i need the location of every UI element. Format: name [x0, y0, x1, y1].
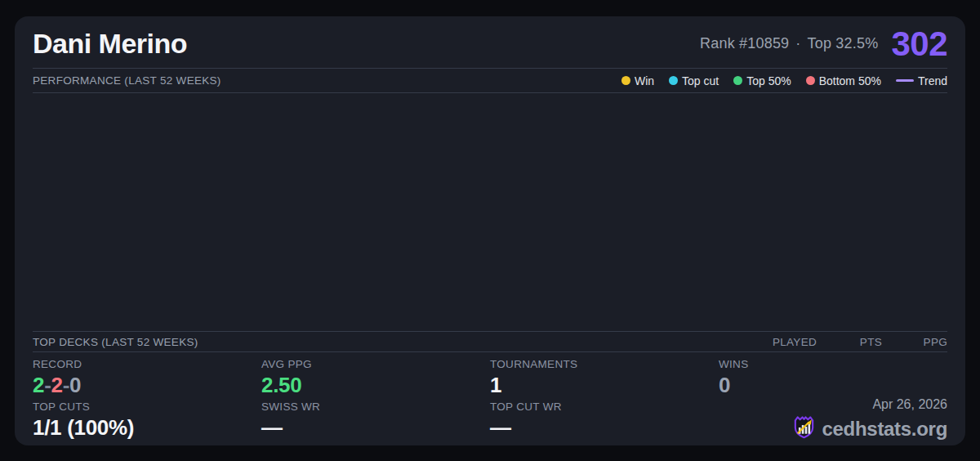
stat-value-swiss-wr: —: [261, 415, 490, 441]
stat-value-record: 2-2-0: [33, 373, 261, 398]
stat-value-top-cut-wr: —: [490, 415, 719, 441]
legend-dot-icon: [733, 76, 742, 85]
stat-tournaments: TOURNAMENTS 1: [490, 358, 719, 401]
stat-label: TOURNAMENTS: [490, 358, 719, 370]
stat-avg-ppg: AVG PPG 2.50: [261, 358, 490, 401]
legend-item-trend: Trend: [896, 74, 947, 87]
legend-label: Bottom 50%: [819, 74, 881, 87]
record-losses: 2: [51, 373, 63, 397]
stat-value-tournaments: 1: [490, 373, 719, 398]
legend-label: Trend: [918, 74, 947, 87]
record-draws: 0: [69, 373, 81, 397]
card-footer: Apr 26, 2026 cedhstats.org: [791, 397, 947, 443]
legend-label: Top cut: [682, 74, 719, 87]
legend-label: Top 50%: [746, 74, 791, 87]
brand: cedhstats.org: [791, 414, 947, 443]
stat-label: TOP CUT WR: [490, 401, 719, 413]
points-value: 302: [891, 25, 947, 64]
record-separator: -: [44, 373, 51, 397]
legend-item-win: Win: [621, 74, 654, 87]
legend-dot-icon: [806, 76, 815, 85]
player-stats-card: Dani Merino Rank #10859·Top 32.5% 302 PE…: [15, 16, 965, 445]
stat-value-avg-ppg: 2.50: [261, 373, 490, 398]
player-name: Dani Merino: [33, 28, 187, 60]
stat-label: RECORD: [33, 358, 261, 370]
record-separator: -: [63, 373, 69, 397]
column-header-played: PLAYED: [751, 336, 817, 348]
top-decks-header-row: TOP DECKS (LAST 52 WEEKS) PLAYEDPTSPPG: [33, 332, 947, 352]
performance-header-row: PERFORMANCE (LAST 52 WEEKS) WinTop cutTo…: [33, 69, 947, 93]
trend-line-swatch-icon: [896, 79, 914, 82]
rank-block: Rank #10859·Top 32.5% 302: [700, 25, 947, 64]
performance-section-title: PERFORMANCE (LAST 52 WEEKS): [33, 74, 221, 87]
legend-item-top-50-: Top 50%: [733, 74, 791, 87]
brand-logo-icon: [791, 414, 817, 443]
legend-label: Win: [635, 74, 654, 87]
stat-label: SWISS WR: [261, 401, 490, 413]
brand-name: cedhstats.org: [822, 418, 947, 441]
rank-separator: ·: [795, 35, 800, 51]
stat-label: WINS: [719, 358, 947, 370]
top-decks-section-title: TOP DECKS (LAST 52 WEEKS): [33, 336, 198, 348]
rank-label: Rank #10859: [700, 35, 789, 51]
stat-value-wins: 0: [719, 373, 947, 398]
legend-dot-icon: [621, 76, 630, 85]
top-decks-column-headers: PLAYEDPTSPPG: [751, 336, 947, 348]
stat-value-top-cuts: 1/1 (100%): [33, 415, 261, 441]
record-wins: 2: [33, 373, 44, 397]
performance-chart-area: [33, 93, 947, 332]
stats-grid: RECORD 2-2-0 AVG PPG 2.50 TOURNAMENTS 1 …: [33, 352, 947, 445]
rank-summary: Rank #10859·Top 32.5%: [700, 35, 878, 52]
percentile-label: Top 32.5%: [808, 35, 879, 51]
column-header-ppg: PPG: [882, 336, 947, 348]
legend-dot-icon: [669, 76, 678, 85]
stat-top-cuts: TOP CUTS 1/1 (100%): [33, 401, 261, 445]
legend-item-top-cut: Top cut: [669, 74, 719, 87]
chart-legend: WinTop cutTop 50%Bottom 50%Trend: [621, 74, 947, 87]
stat-label: TOP CUTS: [33, 401, 261, 413]
column-header-pts: PTS: [817, 336, 882, 348]
date-label: Apr 26, 2026: [791, 397, 947, 412]
stat-wins: WINS 0: [719, 358, 947, 401]
stat-top-cut-wr: TOP CUT WR —: [490, 401, 719, 445]
stat-label: AVG PPG: [261, 358, 490, 370]
stat-swiss-wr: SWISS WR —: [261, 401, 490, 445]
legend-item-bottom-50-: Bottom 50%: [806, 74, 881, 87]
card-header: Dani Merino Rank #10859·Top 32.5% 302: [33, 16, 947, 69]
stat-record: RECORD 2-2-0: [33, 358, 261, 401]
